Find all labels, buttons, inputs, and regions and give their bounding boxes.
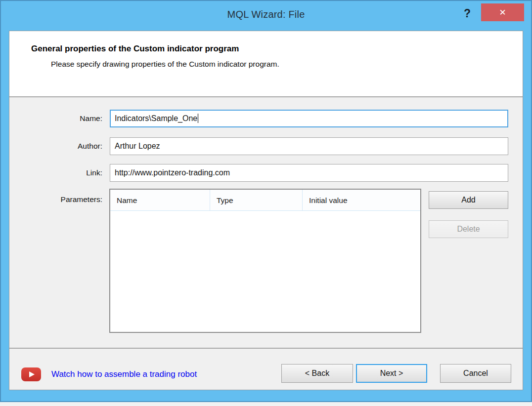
title-bar[interactable]: MQL Wizard: File ? ✕ — [1, 1, 531, 31]
parameters-label: Parameters: — [19, 191, 102, 208]
help-button[interactable]: ? — [461, 5, 474, 22]
parameters-table[interactable]: Name Type Initial value — [109, 189, 421, 333]
close-icon: ✕ — [499, 7, 506, 18]
youtube-play-icon[interactable] — [21, 367, 41, 381]
link-input-value: http://www.pointzero-trading.com — [115, 168, 230, 177]
author-input[interactable]: Arthur Lopez — [110, 137, 508, 155]
author-label: Author: — [19, 137, 102, 155]
window-title: MQL Wizard: File — [1, 9, 531, 20]
column-header-name: Name — [110, 190, 210, 210]
parameters-table-header: Name Type Initial value — [110, 190, 420, 211]
cancel-button[interactable]: Cancel — [440, 364, 511, 383]
column-header-type: Type — [210, 190, 303, 210]
mql-wizard-window: MQL Wizard: File ? ✕ General properties … — [0, 0, 532, 402]
page-subtitle: Please specify drawing properties of the… — [51, 60, 279, 69]
footer-divider — [9, 348, 523, 349]
name-input[interactable]: Indicators\Sample_One — [110, 110, 508, 127]
name-input-value: Indicators\Sample_One — [115, 114, 197, 122]
link-input[interactable]: http://www.pointzero-trading.com — [110, 164, 508, 182]
dialog-panel: General properties of the Custom indicat… — [9, 31, 523, 390]
text-caret — [198, 114, 198, 123]
delete-button[interactable]: Delete — [429, 220, 508, 238]
column-header-initial-value: Initial value — [303, 190, 420, 210]
dialog-header: General properties of the Custom indicat… — [9, 31, 523, 97]
author-input-value: Arthur Lopez — [115, 142, 160, 150]
link-label: Link: — [19, 164, 102, 182]
close-button[interactable]: ✕ — [481, 3, 524, 21]
parameters-table-body[interactable] — [110, 211, 420, 331]
add-button[interactable]: Add — [429, 191, 508, 209]
next-button[interactable]: Next > — [356, 364, 427, 383]
back-button[interactable]: < Back — [281, 364, 353, 383]
page-title: General properties of the Custom indicat… — [31, 44, 239, 54]
watch-video-link[interactable]: Watch how to assemble a trading robot — [51, 367, 197, 381]
name-label: Name: — [19, 110, 102, 127]
